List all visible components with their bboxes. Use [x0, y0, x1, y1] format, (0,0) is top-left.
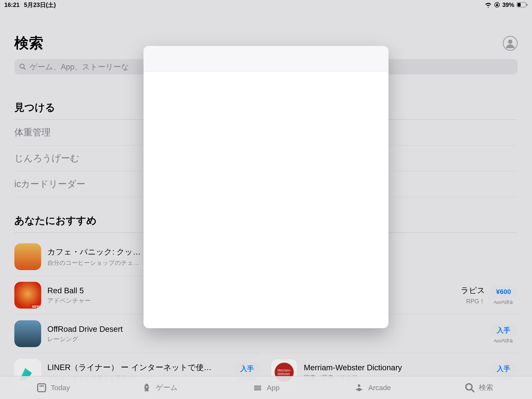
modal-sheet	[144, 46, 388, 328]
screen-root: 16:21 5月23日(土) 39% 検索	[0, 0, 532, 399]
modal-header	[144, 46, 388, 72]
